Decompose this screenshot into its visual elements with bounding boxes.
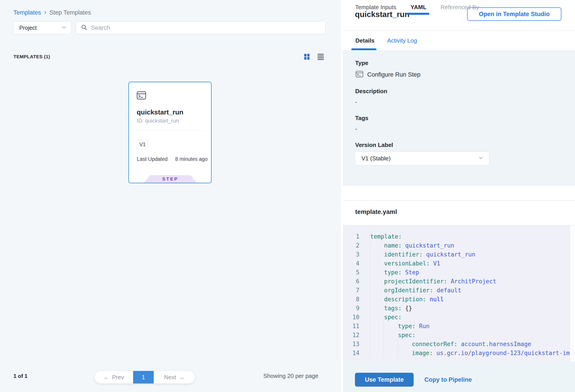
breadcrumb-templates-link[interactable]: Templates (13, 9, 41, 16)
indent-guide (384, 331, 398, 340)
page-number-button[interactable]: 1 (133, 371, 154, 384)
type-value-row: Configure Run Step (355, 70, 420, 79)
description-value: - (355, 99, 357, 106)
template-card[interactable]: quickstart_run ID: quickstart_run V1 Las… (128, 82, 212, 183)
description-label: Description (355, 88, 387, 95)
search-input[interactable] (91, 24, 320, 31)
tags-value: - (355, 125, 357, 132)
panel-divider (341, 0, 343, 392)
use-template-button[interactable]: Use Template (355, 373, 414, 387)
card-version-badge: V1 (137, 139, 148, 150)
card-last-updated: Last Updated 8 minutes ago (137, 156, 208, 162)
indent-guide (370, 331, 384, 340)
line-number: 5 (343, 268, 364, 277)
code-line-12: 12spec: (343, 331, 575, 340)
terminal-window-icon (355, 70, 364, 79)
indent-guide (384, 322, 398, 331)
active-tab-indicator (351, 48, 377, 50)
pagination: ← Prev 1 Next → (95, 371, 195, 384)
line-number: 4 (343, 259, 364, 268)
yaml-code: 1template:2name: quickstart_run3identifi… (343, 225, 575, 362)
page-size-text: Showing 20 per page (263, 372, 318, 379)
last-updated-label: Last Updated (137, 156, 168, 162)
line-number: 8 (343, 295, 364, 304)
code-line-3: 3identifier: quickstart_run (343, 250, 575, 259)
indent-guide (370, 340, 384, 348)
next-label: Next (164, 374, 176, 381)
scope-select[interactable]: Project (13, 21, 72, 34)
breadcrumb: Templates › Step Templates (13, 9, 91, 16)
code-line-7: 7orgIdentifier: default (343, 286, 575, 295)
indent-guide (370, 286, 384, 295)
tab-template-inputs[interactable]: Template Inputs (355, 4, 396, 11)
subtab-row (343, 185, 575, 200)
yaml-filename: template.yaml (355, 208, 397, 215)
tab-yaml[interactable]: YAML (410, 4, 427, 11)
search-icon (81, 24, 87, 32)
code-line-6: 6projectIdentifier: ArchitProject (343, 277, 575, 286)
indent-guide (370, 348, 384, 358)
tab-activity-log[interactable]: Activity Log (387, 37, 417, 44)
tab-referenced-by[interactable]: Referenced By (441, 4, 479, 11)
templates-list-panel: Templates › Step Templates Project TEMPL… (0, 0, 341, 392)
terminal-window-icon (136, 91, 146, 101)
open-in-template-studio-button[interactable]: Open in Template Studio (467, 7, 561, 21)
card-id: ID: quickstart_run (137, 118, 179, 124)
active-subtab-indicator (407, 13, 429, 15)
list-view-icon[interactable] (317, 53, 324, 60)
indent-guide (384, 340, 398, 348)
prev-page-button[interactable]: ← Prev (95, 371, 133, 384)
chevron-right-icon: › (44, 8, 46, 16)
line-number: 11 (343, 322, 364, 331)
code-line-1: 1template: (343, 232, 575, 241)
indent-guide (370, 322, 384, 331)
version-select-value: V1 (Stable) (361, 155, 478, 162)
templates-count-label: TEMPLATES (1) (13, 54, 50, 59)
indent-guide (370, 313, 384, 322)
version-select[interactable]: V1 (Stable) (355, 151, 489, 165)
indent-guide (370, 250, 384, 259)
indent-guide (384, 348, 398, 358)
line-number: 2 (343, 241, 364, 250)
code-line-10: 10spec: (343, 313, 575, 322)
code-line-8: 8description: null (343, 295, 575, 304)
breadcrumb-current: Step Templates (49, 9, 91, 16)
page-summary: 1 of 1 (13, 373, 27, 379)
line-number: 12 (343, 331, 364, 340)
indent-guide (398, 340, 411, 348)
last-updated-value: 8 minutes ago (175, 156, 208, 162)
code-line-4: 4versionLabel: V1 (343, 259, 575, 268)
left-arrow-icon: ← (103, 374, 109, 381)
grid-view-icon[interactable] (303, 53, 311, 61)
type-label: Type (355, 60, 368, 67)
card-step-badge: STEP (144, 175, 197, 183)
card-title: quickstart_run (137, 108, 183, 116)
right-arrow-icon: → (179, 374, 185, 381)
line-number: 14 (343, 348, 364, 358)
yaml-filename-row: template.yaml (343, 201, 575, 225)
code-line-2: 2name: quickstart_run (343, 241, 575, 250)
indent-guide (370, 241, 384, 250)
next-page-button[interactable]: Next → (154, 371, 195, 384)
code-scrollbar[interactable] (570, 225, 575, 362)
line-number: 10 (343, 313, 364, 322)
code-line-5: 5type: Step (343, 268, 575, 277)
search-box (75, 21, 326, 34)
line-number: 1 (343, 232, 364, 241)
indent-guide (370, 259, 384, 268)
type-value: Configure Run Step (367, 71, 420, 78)
prev-label: Prev (112, 374, 124, 381)
tags-label: Tags (355, 115, 368, 122)
indent-guide (370, 268, 384, 277)
indent-guide (370, 277, 384, 286)
version-label: Version Label (355, 141, 393, 148)
scope-select-value: Project (19, 25, 61, 31)
copy-to-pipeline-link[interactable]: Copy to Pipeline (424, 376, 472, 383)
chevron-down-icon (61, 24, 67, 31)
line-number: 7 (343, 286, 364, 295)
line-number: 9 (343, 304, 364, 313)
tab-details[interactable]: Details (355, 37, 374, 44)
template-details-panel: quickstart_run Open in Template Studio D… (343, 0, 575, 392)
line-number: 3 (343, 250, 364, 259)
line-number: 6 (343, 277, 364, 286)
